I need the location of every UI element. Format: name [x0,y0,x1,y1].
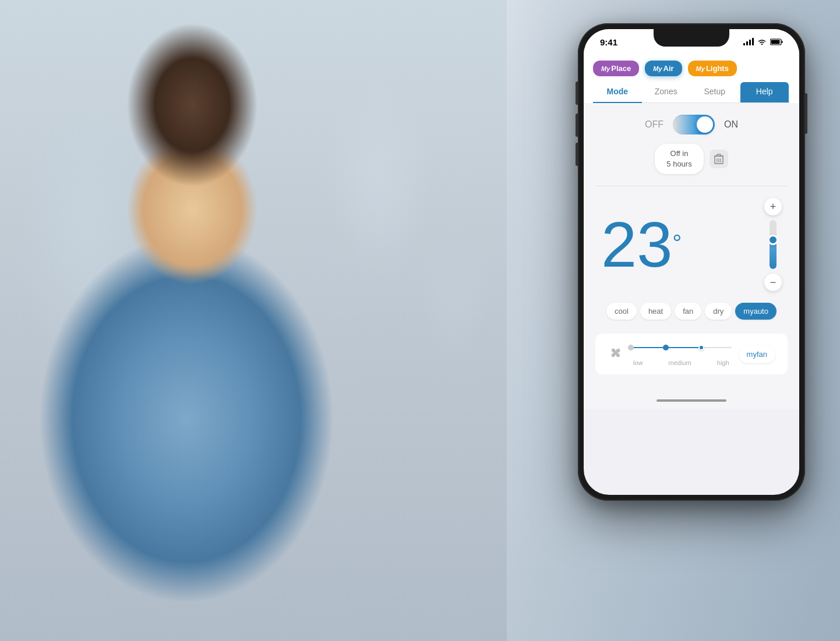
app-tabs-top: My Place My Air My Lights [593,61,790,76]
mylights-my: My [696,65,705,72]
power-off-label: OFF [645,119,663,130]
delete-timer-button[interactable] [710,150,728,168]
temperature-slider: + − [764,198,782,291]
myplace-name: Place [611,64,631,73]
fan-controls: low medium high [631,342,732,366]
temp-increase-button[interactable]: + [764,198,782,215]
timer-pill[interactable]: Off in 5 hours [655,144,703,174]
fan-svg-icon [608,345,624,361]
mode-myauto-button[interactable]: myauto [735,303,777,320]
fan-row: low medium high myfan [605,342,778,366]
app-header: My Place My Air My Lights Mode Zon [584,55,799,103]
mylights-tab[interactable]: My Lights [688,61,737,76]
svg-point-0 [761,44,763,45]
temperature-display: 23° [601,213,682,277]
plus-icon: + [770,201,777,213]
fan-dot-low [628,345,634,350]
mode-cool-button[interactable]: cool [606,303,637,320]
fan-dot-high [698,345,704,350]
mode-buttons: cool heat fan dry myauto [595,303,788,320]
status-icons [743,38,783,45]
temp-decrease-button[interactable]: − [764,274,782,291]
tab-zones[interactable]: Zones [642,81,691,102]
fan-label-medium: medium [669,359,691,366]
mylights-name: Lights [706,64,729,73]
fan-dot-medium [663,345,669,350]
phone-frame: 9:41 [578,23,805,501]
status-time: 9:41 [600,37,617,47]
person-photo [0,0,507,641]
timer-row: Off in 5 hours [595,144,788,174]
phone-notch [654,29,729,47]
fan-labels: low medium high [631,359,732,366]
myair-name: Air [663,64,674,73]
toggle-knob [697,116,713,133]
fan-section: low medium high myfan [595,334,788,374]
fan-icon [608,345,624,363]
nav-tabs: Mode Zones Setup Help [593,81,790,103]
wifi-icon [757,38,767,45]
home-indicator [584,392,799,409]
myair-tab[interactable]: My Air [645,61,682,76]
fan-track [631,347,732,348]
divider-1 [595,186,788,186]
app-content: OFF ON Off in 5 hours [584,103,799,392]
temp-slider-track[interactable] [770,220,777,269]
power-toggle[interactable] [673,115,715,134]
home-bar [657,399,726,402]
fan-slider-area[interactable] [631,342,732,353]
myfan-button[interactable]: myfan [739,345,775,363]
temperature-area: 23° + − [595,198,788,291]
myplace-tab[interactable]: My Place [593,61,639,76]
tab-help[interactable]: Help [740,82,789,102]
minus-icon: − [770,277,777,289]
fan-label-high: high [717,359,729,366]
timer-line2: 5 hours [666,160,691,168]
signal-icon [743,38,754,45]
power-row: OFF ON [595,115,788,134]
power-on-label: ON [724,119,738,130]
temp-slider-thumb [770,235,777,245]
trash-icon [714,154,723,164]
battery-icon [770,38,783,45]
tab-mode[interactable]: Mode [593,81,642,103]
myplace-my: My [601,65,610,72]
phone-screen: 9:41 [584,29,799,495]
svg-rect-3 [771,40,780,44]
svg-rect-2 [782,41,783,43]
fan-label-low: low [633,359,643,366]
mode-heat-button[interactable]: heat [640,303,671,320]
temperature-value: 23 [601,208,672,280]
timer-line1: Off in [670,149,689,158]
myair-my: My [653,65,662,72]
mode-dry-button[interactable]: dry [705,303,732,320]
mode-fan-button[interactable]: fan [675,303,701,320]
phone-mockup: 9:41 [578,23,805,501]
person-image [0,0,507,641]
tab-setup[interactable]: Setup [690,81,739,102]
temperature-unit: ° [672,230,682,256]
